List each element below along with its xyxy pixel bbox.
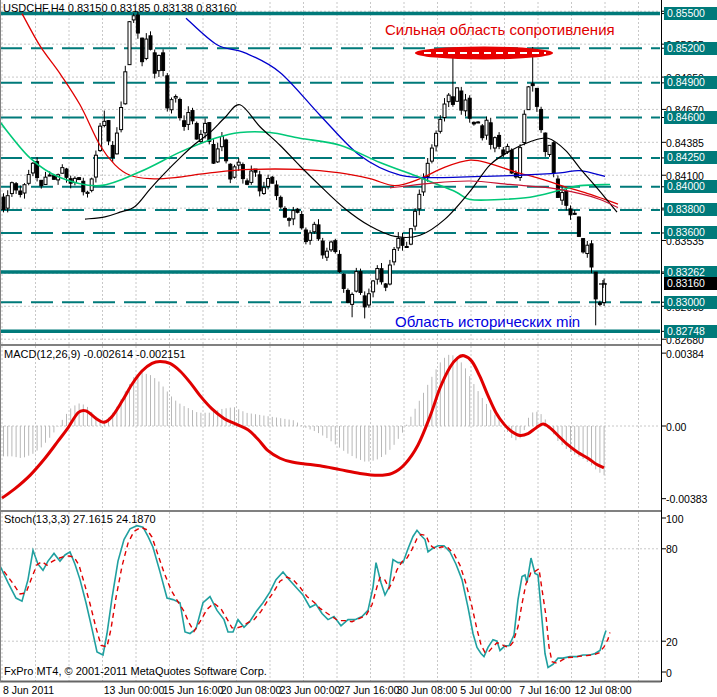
price-level-tag: 0.82748: [664, 325, 717, 338]
price-level-tag: 0.83600: [664, 226, 717, 239]
stoch-scale-label: 20: [666, 636, 678, 648]
time-label: 15 Jun 16:00: [163, 684, 224, 696]
stoch-panel: [0, 526, 610, 668]
mt4-chart-window: USDCHF,H4 0.83150 0.83185 0.83138 0.8316…: [0, 0, 717, 697]
stoch-scale-label: 80: [666, 543, 678, 555]
symbol-title: USDCHF,H4 0.83150 0.83185 0.83138 0.8316…: [3, 2, 236, 14]
macd-scale-label: -0.00383: [666, 493, 707, 505]
price-level-tag: 0.84600: [664, 111, 717, 124]
ma-black: [85, 105, 617, 238]
time-label: 13 Jun 00:00: [104, 684, 165, 696]
stoch-scale-label: 0: [666, 667, 672, 679]
historical-min-annotation: Область исторических min: [395, 313, 580, 330]
grid-vertical: [2, 2, 639, 681]
price-level-tag: 0.85500: [664, 7, 717, 20]
resistance-ellipse: [415, 47, 553, 60]
time-label: 5 Jul 00:00: [460, 684, 511, 696]
price-level-tag: 0.84250: [664, 151, 717, 164]
time-label: 8 Jun 2011: [3, 684, 54, 696]
price-level-tag: 0.84000: [664, 180, 717, 193]
time-label: 30 Jun 08:00: [397, 684, 458, 696]
time-label: 7 Jul 16:00: [519, 684, 570, 696]
time-label: 27 Jun 16:00: [339, 684, 400, 696]
stoch-scale-label: 100: [666, 513, 684, 525]
macd-scale-label: 0.00384: [666, 348, 704, 360]
price-level-tag: 0.84900: [664, 76, 717, 89]
price-level-tag: 0.83800: [664, 203, 717, 216]
macd-scale-label: 0.00: [666, 421, 686, 433]
time-label: 23 Jun 00:00: [280, 684, 341, 696]
stoch-label: Stoch(13,3,3) 27.1615 24.1870: [4, 513, 156, 525]
panel-borders: [0, 0, 662, 682]
macd-label: MACD(12,26,9) -0.002614 -0.002151: [4, 348, 186, 360]
current-price-tag: 0.83160: [664, 277, 717, 290]
ma-blue: [186, 18, 605, 178]
time-label: 12 Jul 08:00: [574, 684, 631, 696]
resistance-annotation: Сильная область сопротивления: [385, 21, 615, 38]
copyright-text: FxPro MT4, © 2001-2011 MetaQuotes Softwa…: [4, 665, 267, 677]
price-level-tag: 0.83000: [664, 296, 717, 309]
time-label: 20 Jun 08:00: [221, 684, 282, 696]
price-scale-label: 0.84385: [666, 137, 704, 149]
price-level-tag: 0.85200: [664, 42, 717, 55]
